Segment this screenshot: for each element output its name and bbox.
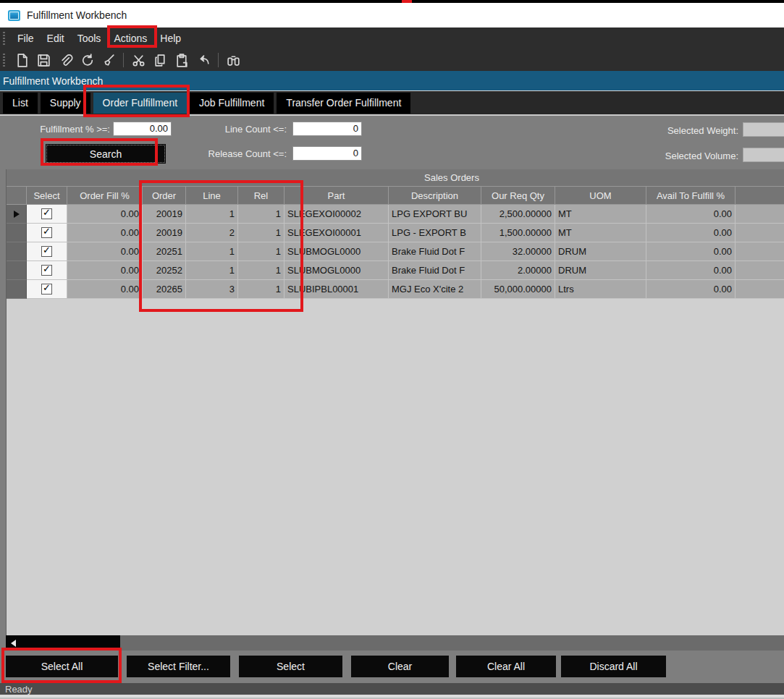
- cell-avail_to_fulfill_pct: 0.00: [646, 280, 735, 299]
- attach-icon[interactable]: [54, 51, 76, 69]
- find-icon[interactable]: [222, 51, 244, 69]
- row-select-checkbox[interactable]: [27, 280, 67, 299]
- cell-uom: DRUM: [555, 261, 646, 280]
- menu-item-actions[interactable]: Actions: [107, 29, 153, 48]
- checked-checkbox-icon[interactable]: [41, 208, 52, 219]
- menu-item-tools[interactable]: Tools: [71, 29, 108, 48]
- undo-icon[interactable]: [193, 51, 214, 69]
- cell-order: 20265: [143, 280, 186, 299]
- row-select-checkbox[interactable]: [27, 224, 67, 242]
- row-indicator-cell: [7, 224, 27, 242]
- line-count-input[interactable]: 0: [292, 122, 362, 136]
- tab-list[interactable]: List: [3, 93, 38, 114]
- menubar-grip-handle[interactable]: [3, 32, 5, 45]
- cell-avail_to_fulfill_pct: 0.00: [646, 242, 735, 261]
- column-header-part[interactable]: Part: [284, 187, 389, 204]
- column-header-avail_to_fulfill_pct[interactable]: Avail To Fulfill %: [646, 187, 735, 204]
- cell-line: 2: [186, 224, 238, 242]
- status-bar: Ready: [0, 683, 784, 695]
- column-header-ship_by[interactable]: Ship By: [735, 187, 784, 204]
- cell-our_req_qty: 2,500.00000: [481, 205, 555, 224]
- checked-checkbox-icon[interactable]: [41, 284, 52, 295]
- toolbar: [0, 49, 784, 71]
- cell-uom: MT: [555, 224, 646, 242]
- checked-checkbox-icon[interactable]: [41, 265, 52, 276]
- cell-rel: 1: [238, 242, 284, 261]
- cell-description: Brake Fluid Dot F: [389, 242, 481, 261]
- column-header-uom[interactable]: UOM: [555, 187, 646, 204]
- sweep-icon[interactable]: [98, 51, 119, 69]
- scrollbar-thumb[interactable]: [6, 635, 120, 651]
- table-row[interactable]: 0.002025111SLUBMOGL0000Brake Fluid Dot F…: [7, 242, 784, 261]
- menu-item-help[interactable]: Help: [153, 29, 187, 48]
- selected-volume-field: [743, 148, 784, 162]
- menu-item-file[interactable]: File: [11, 29, 41, 48]
- row-select-checkbox[interactable]: [27, 261, 67, 280]
- select-all-button[interactable]: Select All: [6, 656, 118, 677]
- scroll-left-icon[interactable]: [11, 640, 16, 647]
- row-indicator-cell: [7, 280, 27, 299]
- clear-all-button[interactable]: Clear All: [456, 656, 556, 677]
- cell-description: LPG - EXPORT B: [389, 224, 481, 242]
- column-header-order_fill_pct[interactable]: Order Fill %: [67, 187, 143, 204]
- tab-supply[interactable]: Supply: [41, 93, 90, 114]
- tab-job-fulfillment[interactable]: Job Fulfillment: [190, 93, 274, 114]
- table-row[interactable]: 0.002025211SLUBMOGL0000Brake Fluid Dot F…: [7, 261, 784, 280]
- table-row[interactable]: 0.002001911SLEGEXOI00002LPG EXPORT BU2,5…: [7, 205, 784, 224]
- cell-line: 1: [186, 205, 238, 224]
- save-icon[interactable]: [33, 51, 54, 69]
- top-edge-strip: [0, 0, 784, 3]
- tab-transfer-order-fulfillment[interactable]: Transfer Order Fulfillment: [277, 93, 410, 114]
- line-count-label: Line Count <=:: [180, 124, 287, 135]
- column-header-description[interactable]: Description: [389, 187, 481, 204]
- cell-order_fill_pct: 0.00: [67, 261, 143, 280]
- row-select-checkbox[interactable]: [27, 242, 67, 261]
- column-header-our_req_qty[interactable]: Our Req Qty: [481, 187, 555, 204]
- fulfillment-pct-input[interactable]: 0.00: [113, 122, 172, 136]
- column-header-line[interactable]: Line: [186, 187, 238, 204]
- cell-part: SLUBIPBL00001: [284, 280, 389, 299]
- table-row[interactable]: 0.002001921SLEGEXOI00001LPG - EXPORT B1,…: [7, 224, 784, 242]
- cell-order: 20019: [143, 224, 186, 242]
- search-button[interactable]: Search: [46, 145, 165, 163]
- copy-icon[interactable]: [149, 51, 171, 69]
- tab-order-fulfillment[interactable]: Order Fulfillment: [93, 93, 187, 114]
- main-panel: Fulfillment % >=: 0.00 Line Count <=: 0 …: [0, 116, 784, 683]
- select-filter-button[interactable]: Select Filter...: [127, 656, 230, 677]
- checked-checkbox-icon[interactable]: [41, 227, 52, 238]
- clear-button[interactable]: Clear: [351, 656, 449, 677]
- horizontal-scrollbar[interactable]: [6, 635, 784, 651]
- toolbar-grip-handle[interactable]: [3, 54, 5, 67]
- row-select-checkbox[interactable]: [27, 205, 67, 224]
- cell-order_fill_pct: 0.00: [67, 280, 143, 299]
- app-window-icon: [8, 10, 20, 21]
- cell-order: 20252: [143, 261, 186, 280]
- grid-column-header-row: SelectOrder Fill %OrderLineRelPartDescri…: [7, 187, 784, 205]
- refresh-icon[interactable]: [76, 51, 98, 69]
- paste-icon[interactable]: [171, 51, 193, 69]
- grid-group-header: Sales Orders: [7, 169, 784, 187]
- cell-part: SLUBMOGL0000: [284, 242, 389, 261]
- cell-rel: 1: [238, 205, 284, 224]
- checked-checkbox-icon[interactable]: [41, 246, 52, 257]
- cell-description: Brake Fluid Dot F: [389, 261, 481, 280]
- cell-avail_to_fulfill_pct: 0.00: [646, 261, 735, 280]
- menu-item-edit[interactable]: Edit: [41, 29, 71, 48]
- column-header-order[interactable]: Order: [143, 187, 186, 204]
- cell-rel: 1: [238, 280, 284, 299]
- cell-ship_by: [735, 205, 784, 224]
- new-icon[interactable]: [11, 51, 33, 69]
- column-header-rel[interactable]: Rel: [238, 187, 284, 204]
- discard-all-button[interactable]: Discard All: [561, 656, 666, 677]
- cell-order_fill_pct: 0.00: [67, 224, 143, 242]
- sales-orders-grid: Sales Orders SelectOrder Fill %OrderLine…: [6, 169, 784, 635]
- table-row[interactable]: 0.002026531SLUBIPBL00001MGJ Eco X'cite 2…: [7, 280, 784, 299]
- cell-avail_to_fulfill_pct: 0.00: [646, 224, 735, 242]
- select-button[interactable]: Select: [239, 656, 342, 677]
- cut-icon[interactable]: [127, 51, 149, 69]
- row-indicator-cell: [7, 205, 27, 224]
- cell-uom: DRUM: [555, 242, 646, 261]
- column-header-select[interactable]: Select: [27, 187, 67, 204]
- release-count-input[interactable]: 0: [292, 146, 362, 161]
- selected-weight-label: Selected Weight:: [636, 125, 738, 136]
